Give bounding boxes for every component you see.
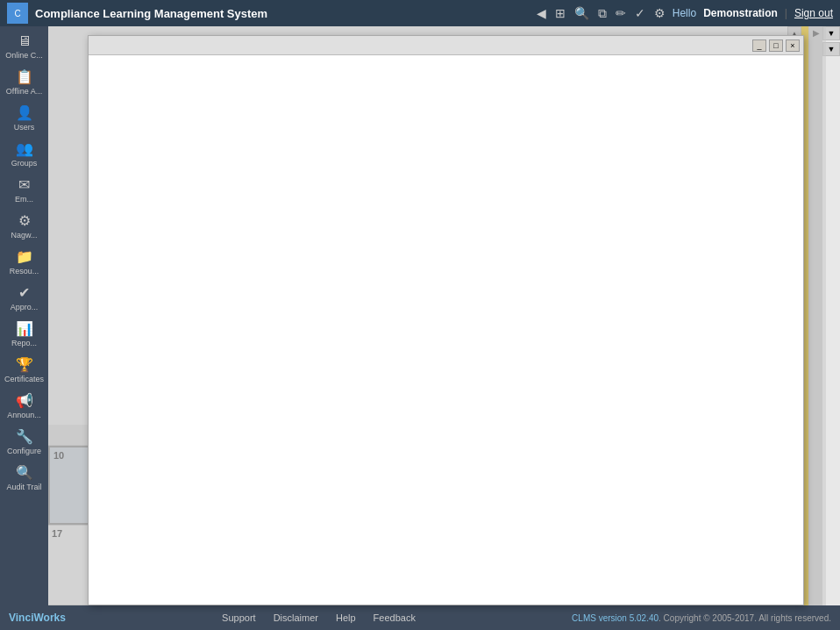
- dialog-overlay: _ □ ×: [48, 26, 826, 605]
- check-icon[interactable]: ✓: [635, 6, 645, 20]
- settings-icon[interactable]: ⚙: [654, 6, 666, 20]
- copyright-text: CLMS version 5.02.40. Copyright © 2005-2…: [572, 613, 831, 623]
- reports-icon: 📊: [16, 320, 33, 337]
- brand-logo: VinciWorks: [9, 612, 66, 624]
- sidebar-label-groups: Groups: [11, 159, 38, 168]
- sidebar-label-announcements: Announ...: [7, 411, 41, 419]
- search-icon[interactable]: 🔍: [574, 6, 589, 20]
- users-icon: 👤: [16, 104, 33, 121]
- sidebar-item-audit-trail[interactable]: 🔍 Audit Trail: [0, 461, 48, 495]
- support-link[interactable]: Support: [222, 612, 256, 623]
- sidebar-item-email[interactable]: ✉ Em...: [0, 173, 48, 207]
- sidebar-label-reports: Repo...: [11, 339, 37, 347]
- user-name: Demonstration: [703, 7, 778, 19]
- maximize-button[interactable]: □: [769, 39, 783, 52]
- sidebar-label-approvals: Appro...: [11, 303, 39, 311]
- sidebar-item-certificates[interactable]: 🏆 Certificates: [0, 353, 48, 387]
- sidebar-label-online: Online C...: [5, 51, 43, 60]
- sidebar-item-offline[interactable]: 📋 Offline A...: [0, 65, 48, 99]
- footer-links: Support Disclaimer Help Feedback: [222, 612, 416, 623]
- sidebar-label-offline: Offline A...: [6, 87, 42, 96]
- header-icons: ◀ ⊞ 🔍 ⧉ ✏ ✓ ⚙: [537, 6, 666, 21]
- signout-link[interactable]: Sign out: [794, 7, 833, 19]
- sidebar-item-nagware[interactable]: ⚙ Nagw...: [0, 209, 48, 243]
- footer: VinciWorks Support Disclaimer Help Feedb…: [0, 605, 840, 630]
- pen-icon[interactable]: ✏: [616, 6, 626, 20]
- sidebar-item-online[interactable]: 🖥 Online C...: [0, 30, 48, 63]
- configure-icon: 🔧: [16, 428, 33, 445]
- sidebar-label-certificates: Certificates: [4, 375, 44, 383]
- sidebar-item-announcements[interactable]: 📢 Announ...: [0, 389, 48, 423]
- sidebar-label-audit: Audit Trail: [6, 483, 41, 491]
- sidebar-label-nagware: Nagw...: [11, 231, 37, 240]
- close-button[interactable]: ×: [786, 39, 800, 52]
- dialog-window: _ □ ×: [88, 35, 804, 605]
- online-icon: 🖥: [18, 33, 32, 49]
- header-separator: |: [785, 7, 787, 19]
- sidebar-item-reports[interactable]: 📊 Repo...: [0, 317, 48, 351]
- resources-icon: 📁: [16, 248, 33, 265]
- main-layout: 🖥 Online C... 📋 Offline A... 👤 Users 👥 G…: [0, 26, 840, 605]
- header-bar: C Compliance Learning Management System …: [0, 0, 840, 26]
- version-link[interactable]: CLMS version 5.02.40: [572, 613, 658, 623]
- minimize-button[interactable]: _: [752, 39, 766, 52]
- app-icon: C: [7, 3, 28, 24]
- sidebar-label-users: Users: [14, 123, 35, 132]
- audit-icon: 🔍: [16, 464, 33, 481]
- groups-icon: 👥: [16, 140, 33, 157]
- content-area: _ □ × Boilerplate drafting: [48, 26, 840, 605]
- sidebar: 🖥 Online C... 📋 Offline A... 👤 Users 👥 G…: [0, 26, 48, 605]
- feedback-link[interactable]: Feedback: [374, 612, 416, 623]
- nagware-icon: ⚙: [18, 212, 31, 229]
- layers-icon[interactable]: ⧉: [598, 6, 607, 21]
- announcements-icon: 📢: [16, 392, 33, 409]
- approvals-icon: ✔: [18, 284, 30, 301]
- certificates-icon: 🏆: [16, 356, 33, 373]
- sidebar-item-resources[interactable]: 📁 Resou...: [0, 245, 48, 279]
- dialog-titlebar: _ □ ×: [89, 36, 803, 55]
- hello-label: Hello: [673, 7, 696, 19]
- back-icon[interactable]: ◀: [537, 6, 546, 20]
- email-icon: ✉: [18, 176, 30, 193]
- app-title: Compliance Learning Management System: [35, 7, 530, 20]
- sidebar-label-configure: Configure: [7, 447, 41, 455]
- sidebar-label-resources: Resou...: [10, 267, 39, 276]
- sidebar-item-groups[interactable]: 👥 Groups: [0, 137, 48, 171]
- sidebar-label-email: Em...: [15, 195, 33, 204]
- svg-text:C: C: [14, 9, 20, 18]
- sidebar-item-configure[interactable]: 🔧 Configure: [0, 425, 48, 459]
- offline-icon: 📋: [16, 68, 33, 85]
- grid-icon[interactable]: ⊞: [555, 6, 566, 20]
- sidebar-item-approvals[interactable]: ✔ Appro...: [0, 281, 48, 315]
- disclaimer-link[interactable]: Disclaimer: [274, 612, 318, 623]
- sidebar-item-users[interactable]: 👤 Users: [0, 101, 48, 135]
- help-link[interactable]: Help: [336, 612, 356, 623]
